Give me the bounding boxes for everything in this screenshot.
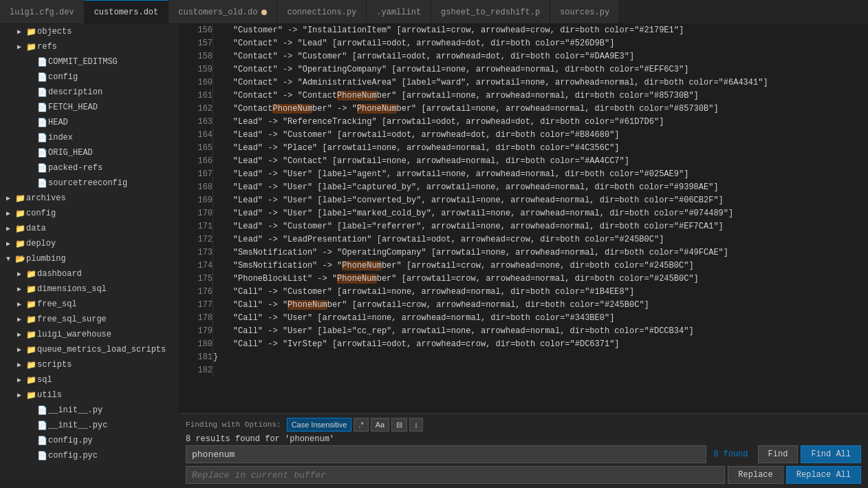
sidebar-item-label: data xyxy=(26,224,46,233)
table-row: 178 "Call" -> "User" [arrowtail=none, ar… xyxy=(179,312,868,325)
sidebar-item-config-git[interactable]: 📄 config xyxy=(0,70,178,85)
line-content: "Lead" -> "User" [label="captured_by", a… xyxy=(213,181,868,194)
sidebar-item-head[interactable]: 📄 HEAD xyxy=(0,115,178,130)
sidebar-item-sourcetreeconfig[interactable]: 📄 sourcetreeconfig xyxy=(0,176,178,191)
sidebar-item-fetch-head[interactable]: 📄 FETCH_HEAD xyxy=(0,100,178,115)
line-content: "Call" -> "PhoneNumber" [arrowtail=crow,… xyxy=(213,299,868,312)
sidebar-item-label: objects xyxy=(37,27,72,36)
chevron-right-icon: ▶ xyxy=(14,315,25,323)
sidebar-item-init-py[interactable]: 📄 __init__.py xyxy=(0,403,178,418)
replace-all-button[interactable]: Replace All xyxy=(786,466,861,484)
line-number: 173 xyxy=(179,246,213,259)
sidebar-item-dimensions-sql[interactable]: ▶ 📁 dimensions_sql xyxy=(0,282,178,297)
sidebar-item-label: __init__.py xyxy=(48,405,102,415)
line-number: 180 xyxy=(179,338,213,351)
folder-icon: 📁 xyxy=(25,390,37,401)
line-number: 179 xyxy=(179,325,213,338)
tab-customers-old[interactable]: customers_old.do xyxy=(169,0,277,24)
sidebar-item-label: packed-refs xyxy=(48,163,102,173)
tab-sources[interactable]: sources.py xyxy=(550,0,620,24)
sidebar-item-queue-metrics[interactable]: ▶ 📁 queue_metrics_load_scripts xyxy=(0,342,178,357)
find-count: 8 found xyxy=(713,449,748,459)
results-info: 8 results found for 'phonenum' xyxy=(186,433,861,445)
table-row: 161 "Contact" -> "ContactPhoneNumber" [a… xyxy=(179,89,868,103)
line-content: "Lead" -> "Contact" [arrowtail=none, arr… xyxy=(213,155,868,168)
sidebar-item-refs[interactable]: ▶ 📁 refs xyxy=(0,39,178,54)
sidebar-item-objects[interactable]: ▶ 📁 objects xyxy=(0,24,178,39)
find-all-button[interactable]: Find All xyxy=(801,445,861,463)
sidebar-item-free-sql[interactable]: ▶ 📁 free_sql xyxy=(0,297,178,312)
sidebar-item-data[interactable]: ▶ 📁 data xyxy=(0,221,178,236)
sidebar-item-free-sql-surge[interactable]: ▶ 📁 free_sql_surge xyxy=(0,312,178,327)
sidebar-item-label: queue_metrics_load_scripts xyxy=(37,345,166,354)
replace-button[interactable]: Replace xyxy=(728,466,783,484)
option-whole-btn[interactable]: ⊟ xyxy=(391,418,407,432)
chevron-right-icon: ▶ xyxy=(14,300,25,308)
tab-connections[interactable]: connections.py xyxy=(277,0,367,24)
find-row: 8 found Find Find All xyxy=(186,445,861,463)
sidebar-item-orig-head[interactable]: 📄 ORIG_HEAD xyxy=(0,145,178,160)
table-row: 162 "ContactPhoneNumber" -> "PhoneNumber… xyxy=(179,103,868,116)
file-icon: 📄 xyxy=(36,436,48,446)
sidebar-item-config-py[interactable]: 📄 config.py xyxy=(0,433,178,448)
sidebar-item-config[interactable]: ▶ 📁 config xyxy=(0,206,178,221)
main-layout: ▶ 📁 objects ▶ 📁 refs 📄 COMMIT_EDITMSG 📄 … xyxy=(0,24,868,488)
line-number: 169 xyxy=(179,194,213,207)
sidebar-item-label: index xyxy=(48,133,73,142)
folder-icon: 📁 xyxy=(14,239,26,249)
sidebar-item-plumbing[interactable]: ▼ 📂 plumbing xyxy=(0,251,178,266)
sidebar-item-scripts[interactable]: ▶ 📁 scripts xyxy=(0,357,178,372)
replace-input[interactable] xyxy=(186,466,725,484)
sidebar-item-label: scripts xyxy=(37,360,72,370)
sidebar-item-deploy[interactable]: ▶ 📁 deploy xyxy=(0,236,178,251)
search-input[interactable] xyxy=(186,445,706,463)
tab-gsheet[interactable]: gsheet_to_redshift.p xyxy=(431,0,550,24)
tab-luigi-cfg[interactable]: luigi.cfg.dev xyxy=(0,0,85,24)
tab-label: .yamllint xyxy=(376,8,421,17)
sidebar-item-label: COMMIT_EDITMSG xyxy=(48,57,118,67)
sidebar-item-packed-refs[interactable]: 📄 packed-refs xyxy=(0,160,178,176)
line-number: 165 xyxy=(179,142,213,155)
find-bar: Finding with Options: Case Insensitive .… xyxy=(179,413,868,488)
find-options-row: Finding with Options: Case Insensitive .… xyxy=(186,418,861,432)
sidebar-item-label: luigi_warehouse xyxy=(37,330,111,339)
find-button[interactable]: Find xyxy=(758,445,799,463)
sidebar-item-archives[interactable]: ▶ 📁 archives xyxy=(0,191,178,206)
chevron-right-icon: ▶ xyxy=(3,240,14,248)
line-number: 182 xyxy=(179,364,213,377)
folder-icon: 📁 xyxy=(25,330,37,340)
line-content: } xyxy=(213,351,868,364)
line-content: "Call" -> "IvrStep" [arrowtail=odot, arr… xyxy=(213,338,868,351)
option-case-btn[interactable]: Case Insensitive xyxy=(287,418,352,432)
table-row: 177 "Call" -> "PhoneNumber" [arrowtail=c… xyxy=(179,299,868,312)
table-row: 164 "Lead" -> "Customer" [arrowtail=odot… xyxy=(179,129,868,142)
table-row: 168 "Lead" -> "User" [label="captured_by… xyxy=(179,181,868,194)
code-container[interactable]: 156 "Customer" -> "InstallationItem" [ar… xyxy=(179,24,868,413)
tab-yamllint[interactable]: .yamllint xyxy=(367,0,431,24)
sidebar-item-label: free_sql_surge xyxy=(37,315,107,324)
option-regex-btn[interactable]: .* xyxy=(354,418,368,432)
sidebar-item-sql[interactable]: ▶ 📁 sql xyxy=(0,372,178,388)
file-icon: 📄 xyxy=(36,451,48,461)
chevron-right-icon: ▶ xyxy=(3,209,14,218)
sidebar-item-dashboard[interactable]: ▶ 📁 dashboard xyxy=(0,266,178,282)
file-icon: 📄 xyxy=(36,57,48,67)
file-icon: 📄 xyxy=(36,163,48,173)
table-row: 167 "Lead" -> "User" [label="agent", arr… xyxy=(179,168,868,181)
line-content: "Lead" -> "LeadPresentation" [arrowtail=… xyxy=(213,233,868,246)
sidebar-item-label: dashboard xyxy=(37,269,82,279)
line-content: "Contact" -> "ContactPhoneNumber" [arrow… xyxy=(213,89,868,103)
sidebar-item-commit-editmsg[interactable]: 📄 COMMIT_EDITMSG xyxy=(0,54,178,70)
sidebar-item-init-pyc[interactable]: 📄 __init__.pyc xyxy=(0,418,178,433)
tab-customers-dot[interactable]: customers.dot xyxy=(85,0,169,24)
option-aa-btn[interactable]: Aa xyxy=(371,418,389,432)
sidebar-item-index[interactable]: 📄 index xyxy=(0,130,178,145)
sidebar-item-luigi-warehouse[interactable]: ▶ 📁 luigi_warehouse xyxy=(0,327,178,342)
sidebar-item-utils[interactable]: ▶ 📁 utils xyxy=(0,388,178,403)
line-number: 167 xyxy=(179,168,213,181)
sidebar-item-config-pyc[interactable]: 📄 config.pyc xyxy=(0,448,178,463)
chevron-right-icon: ▶ xyxy=(14,376,25,384)
sidebar-item-description[interactable]: 📄 description xyxy=(0,85,178,100)
option-wrap-btn[interactable]: ↕ xyxy=(409,418,423,432)
sidebar-item-label: free_sql xyxy=(37,299,77,309)
